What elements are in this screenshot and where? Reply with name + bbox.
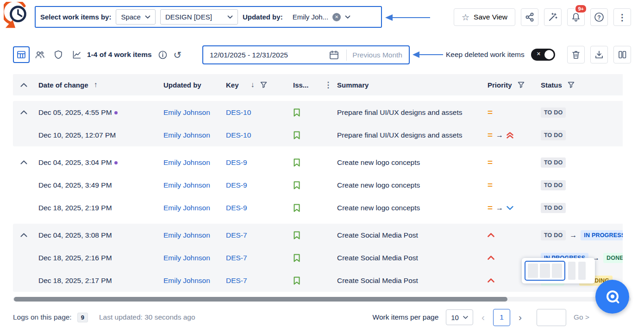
more-options-button[interactable]: ⋮: [613, 8, 631, 26]
issue-key-link[interactable]: DES-7: [226, 254, 247, 262]
summary-text: Create new logo concepts: [331, 204, 484, 212]
change-date: Dec 10, 2025, 12:07 PM: [38, 131, 116, 139]
filter-by-space-dropdown[interactable]: Space: [116, 9, 156, 25]
updated-by-link[interactable]: Emily Johnson: [163, 181, 210, 189]
filter-funnel-icon[interactable]: [518, 82, 525, 88]
priority-medium-icon: =: [488, 158, 493, 167]
column-header-status[interactable]: Status: [537, 81, 623, 89]
updated-by-link[interactable]: Emily Johnson: [163, 131, 210, 139]
next-page-button[interactable]: ›: [518, 312, 523, 323]
skeleton-bar: [540, 264, 550, 278]
help-button[interactable]: ?: [590, 8, 608, 26]
per-page-select[interactable]: 10: [446, 309, 473, 325]
story-type-icon: [293, 108, 300, 117]
summary-text: Create Social Media Post: [331, 277, 484, 285]
summary-text: Prepare final UI/UX designs and assets: [331, 131, 484, 139]
people-view-button[interactable]: [31, 46, 48, 63]
updated-by-dropdown[interactable]: Emily Joh... ✕: [288, 9, 356, 25]
group-collapse-button[interactable]: [13, 160, 38, 164]
table-row[interactable]: Dec 04, 2025, 3:08 PM Emily Johnson DES-…: [13, 224, 623, 246]
table-view-icon: [17, 50, 26, 59]
table-row[interactable]: Dec 05, 2025, 4:55 PM Emily Johnson DES-…: [13, 101, 623, 124]
notifications-button[interactable]: 9+: [567, 8, 585, 26]
priority-medium-icon: =: [488, 131, 493, 139]
issue-key-link[interactable]: DES-7: [226, 277, 247, 284]
sort-ascending-icon[interactable]: ↑: [94, 81, 98, 89]
status-cell: TO DO: [537, 107, 623, 118]
delete-button[interactable]: [567, 46, 585, 63]
page-number-button[interactable]: 1: [493, 309, 510, 326]
updated-by-link[interactable]: Emily Johnson: [163, 108, 210, 116]
filter-funnel-icon[interactable]: [568, 82, 575, 88]
column-header-issue-type[interactable]: Iss... ⋮: [289, 80, 331, 90]
updated-by-link[interactable]: Emily Johnson: [163, 277, 210, 284]
group-collapse-button[interactable]: [13, 110, 38, 114]
updated-by-link[interactable]: Emily Johnson: [163, 204, 210, 212]
date-range-picker[interactable]: 12/01/2025 - 12/31/2025 Previous Month: [202, 45, 410, 64]
header-actions: ☆ Save View 9+: [454, 8, 631, 26]
columns-settings-button[interactable]: [613, 46, 631, 63]
skeleton-bar: [578, 262, 586, 280]
updated-by-value: Emily Joh...: [293, 13, 329, 21]
drag-preview-tooltip: [522, 258, 595, 283]
chart-view-button[interactable]: [69, 46, 85, 63]
go-button[interactable]: Go >: [574, 313, 589, 321]
calendar-icon[interactable]: [329, 50, 339, 60]
notification-count-badge: 9+: [575, 4, 587, 13]
star-icon: ☆: [462, 13, 469, 22]
export-button[interactable]: [590, 46, 608, 63]
previous-page-button[interactable]: ‹: [481, 312, 486, 323]
project-dropdown[interactable]: DESIGN [DES]: [160, 9, 238, 25]
updated-by-link[interactable]: Emily Johnson: [163, 254, 210, 262]
issue-key-link[interactable]: DES-9: [226, 204, 247, 212]
column-header-updated-by[interactable]: Updated by: [163, 81, 226, 89]
table-row[interactable]: Dec 04, 2025, 3:49 PM Emily Johnson DES-…: [13, 174, 623, 196]
issue-key-link[interactable]: DES-10: [226, 108, 251, 116]
toggle-knob: [544, 50, 554, 59]
collapse-all-button[interactable]: [13, 83, 38, 87]
column-header-key[interactable]: Key ↓: [226, 81, 289, 89]
issue-key-link[interactable]: DES-7: [226, 231, 247, 239]
issue-key-link[interactable]: DES-9: [226, 158, 247, 166]
group-collapse-button[interactable]: [13, 233, 38, 237]
sort-descending-icon[interactable]: ↓: [251, 81, 255, 89]
project-dropdown-value: DESIGN [DES]: [165, 13, 212, 21]
assistant-fab[interactable]: [595, 280, 629, 314]
table-row[interactable]: Dec 10, 2025, 12:07 PM Emily Johnson DES…: [13, 124, 623, 146]
table-row[interactable]: Dec 18, 2025, 2:19 PM Emily Johnson DES-…: [13, 196, 623, 219]
priority-change-cell: = →: [484, 203, 537, 212]
refresh-icon[interactable]: ↺: [174, 50, 182, 60]
info-icon[interactable]: [158, 50, 167, 59]
clear-filter-icon[interactable]: ✕: [332, 13, 341, 21]
skeleton-bar: [552, 264, 562, 278]
skeleton-selected-box: [525, 261, 565, 281]
filter-funnel-icon[interactable]: [260, 82, 267, 88]
horizontal-scrollbar-thumb[interactable]: [14, 297, 507, 302]
keep-deleted-toggle[interactable]: ✕: [531, 49, 555, 61]
priority-medium-icon: =: [488, 108, 493, 117]
magic-wand-button[interactable]: [544, 8, 562, 26]
change-arrow-icon: →: [496, 132, 503, 139]
updated-by-link[interactable]: Emily Johnson: [163, 158, 210, 166]
updated-by-link[interactable]: Emily Johnson: [163, 231, 210, 239]
go-to-page-input[interactable]: [537, 309, 566, 326]
column-header-priority[interactable]: Priority: [484, 81, 537, 89]
story-type-icon: [293, 231, 300, 239]
column-header-date[interactable]: Date of change ↑: [38, 81, 163, 89]
save-view-button[interactable]: ☆ Save View: [454, 8, 515, 26]
change-date: Dec 05, 2025, 4:55 PM: [38, 108, 112, 117]
date-range-value[interactable]: 12/01/2025 - 12/31/2025: [210, 51, 288, 59]
shield-view-button[interactable]: [50, 46, 67, 63]
issue-key-link[interactable]: DES-9: [226, 181, 247, 189]
table-row[interactable]: Dec 04, 2025, 3:04 PM Emily Johnson DES-…: [13, 151, 623, 174]
status-cell: TO DO: [537, 157, 623, 168]
table-view-button[interactable]: [13, 46, 30, 63]
date-preset-label[interactable]: Previous Month: [352, 51, 402, 59]
per-page-label: Work items per page: [373, 313, 439, 321]
column-header-summary[interactable]: Summary: [331, 81, 484, 89]
share-button[interactable]: [521, 8, 538, 26]
priority-cell: =: [484, 181, 537, 189]
skeleton-bar: [568, 262, 575, 280]
magic-wand-icon: [548, 13, 557, 22]
issue-key-link[interactable]: DES-10: [226, 131, 251, 139]
